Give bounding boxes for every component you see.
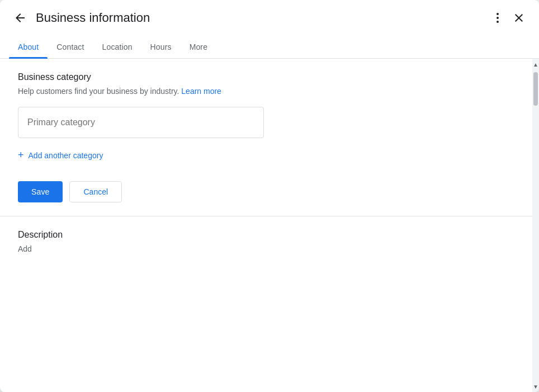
page-title: Business information — [36, 11, 490, 25]
description-title: Description — [18, 230, 514, 240]
action-buttons: Save Cancel — [18, 181, 514, 202]
content-wrapper: Business category Help customers find yo… — [0, 59, 539, 392]
primary-category-input[interactable] — [18, 107, 264, 138]
plus-icon: + — [18, 149, 24, 161]
content-area: Business category Help customers find yo… — [0, 59, 532, 392]
tab-more[interactable]: More — [181, 36, 216, 58]
description-section: Description Add — [0, 216, 532, 267]
business-category-section: Business category Help customers find yo… — [0, 59, 532, 216]
business-category-description: Help customers find your business by ind… — [18, 87, 514, 96]
header-actions — [490, 6, 530, 30]
close-button[interactable] — [508, 7, 530, 29]
scroll-down-arrow[interactable]: ▼ — [532, 381, 539, 392]
tab-contact[interactable]: Contact — [48, 36, 93, 58]
learn-more-link[interactable]: Learn more — [181, 87, 221, 96]
header: Business information — [0, 0, 539, 36]
add-category-button[interactable]: + Add another category — [18, 143, 103, 168]
business-info-panel: Business information About Contact Locat… — [0, 0, 539, 392]
description-add: Add — [18, 244, 514, 253]
more-options-button[interactable] — [490, 6, 505, 30]
cancel-button[interactable]: Cancel — [69, 181, 122, 202]
tab-hours[interactable]: Hours — [141, 36, 181, 58]
save-button[interactable]: Save — [18, 181, 63, 202]
description-text: Help customers find your business by ind… — [18, 87, 179, 96]
scrollbar-thumb[interactable] — [533, 72, 538, 106]
scroll-up-arrow[interactable]: ▲ — [532, 59, 539, 70]
scrollbar-track: ▲ ▼ — [532, 59, 539, 392]
add-category-label: Add another category — [29, 151, 103, 160]
business-category-title: Business category — [18, 72, 514, 82]
tab-about[interactable]: About — [9, 36, 48, 58]
three-dots-icon — [494, 11, 501, 25]
tabs-bar: About Contact Location Hours More — [0, 36, 539, 59]
tab-location[interactable]: Location — [93, 36, 141, 58]
back-button[interactable] — [9, 7, 31, 29]
